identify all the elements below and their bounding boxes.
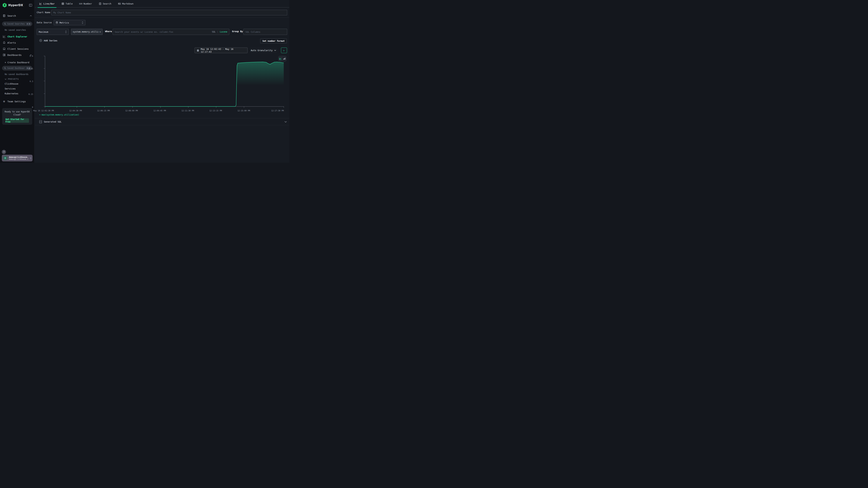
- add-series-button[interactable]: Add Series: [39, 39, 57, 42]
- calendar-icon: [197, 49, 199, 52]
- where-search-input[interactable]: [115, 31, 211, 33]
- app-root: HyperDX Search Saved Searches ⌘ K No sav…: [0, 0, 289, 163]
- tab-search[interactable]: Search: [99, 0, 112, 7]
- sidebar-item-alerts[interactable]: Alerts: [0, 40, 34, 45]
- sidebar-item-label: Client Sessions: [7, 47, 29, 50]
- chevron-down-icon: [274, 50, 276, 51]
- saved-dashboards-placeholder: Saved Dashboards: [7, 67, 25, 69]
- x-tick-label: 12:09:45 PM: [153, 109, 166, 112]
- y-tick-label: 0.6: [30, 55, 33, 57]
- tab-label: Line/Bar: [43, 2, 55, 5]
- database-icon: [56, 21, 58, 24]
- plus-icon: +: [5, 61, 6, 64]
- aggregation-select[interactable]: Maximum: [37, 29, 69, 35]
- chevron-up-icon: [30, 15, 32, 17]
- user-menu[interactable]: D demos@clickhouse.com demos@clickhouse.…: [2, 155, 33, 161]
- select-chevrons-icon: [65, 31, 67, 33]
- chart-canvas: [43, 55, 284, 108]
- group-by-input[interactable]: [245, 31, 285, 33]
- x-tick-label: 12:17:30 PM: [271, 109, 284, 112]
- dashboards-icon: [3, 54, 6, 57]
- line-chart-icon: [3, 35, 6, 38]
- toggle-divider: |: [217, 31, 218, 33]
- x-tickmarks: [45, 106, 284, 108]
- avatar: D: [3, 156, 8, 161]
- sidebar-item-label: Search: [7, 14, 16, 17]
- set-number-format-button[interactable]: Set number format: [260, 38, 287, 43]
- chart-plot-area[interactable]: [43, 55, 284, 108]
- y-tick-label: 0: [32, 106, 33, 108]
- generated-sql-toggle[interactable]: Generated SQL: [35, 119, 289, 125]
- tab-label: Search: [103, 2, 112, 5]
- where-label: Where: [105, 30, 112, 33]
- tab-number[interactable]: 123 Number: [80, 0, 92, 7]
- magnifier-icon: [4, 23, 6, 25]
- user-info: demos@clickhouse.com demos@clickhouse.co…: [9, 156, 28, 160]
- chart-legend[interactable]: — max(system.memory.utilization): [39, 113, 79, 116]
- data-source-select[interactable]: Metrics: [54, 20, 85, 25]
- metric-field-chip[interactable]: system.memory.utiliza ×: [71, 29, 102, 35]
- lucene-toggle[interactable]: Lucene: [220, 31, 227, 33]
- help-button[interactable]: ?: [2, 150, 6, 154]
- sidebar-item-label: Dashboards: [7, 54, 22, 56]
- get-started-button[interactable]: Get Started for Free: [5, 119, 29, 123]
- user-org: demos@clickhouse.com's: [9, 158, 28, 160]
- logo-row: HyperDX: [0, 0, 34, 8]
- sidebar-collapse-icon[interactable]: [29, 4, 32, 7]
- line-chart-icon: [39, 2, 42, 5]
- plus-circle-icon: [39, 39, 42, 42]
- data-source-label: Data Source: [37, 21, 52, 24]
- y-tick-label: 0.15: [29, 93, 33, 95]
- series-area-fill: [235, 62, 284, 106]
- legend-label: max(system.memory.utilization): [41, 113, 79, 116]
- sidebar-item-label: Chart Explorer: [7, 35, 27, 38]
- sidebar-item-chart-explorer[interactable]: Chart Explorer: [0, 34, 34, 39]
- granularity-select[interactable]: Auto Granularity: [250, 47, 277, 53]
- group-by-field[interactable]: [243, 29, 287, 35]
- remove-field-icon[interactable]: ×: [99, 30, 101, 33]
- chevron-down-icon: [284, 121, 287, 123]
- bell-icon: [3, 41, 6, 44]
- sql-toggle[interactable]: SQL: [212, 31, 216, 33]
- sidebar-item-search[interactable]: Search: [0, 13, 34, 19]
- app-title: HyperDX: [8, 3, 23, 7]
- section-divider: [35, 18, 289, 18]
- saved-searches-placeholder: Saved Searches: [7, 23, 25, 25]
- saved-searches-input[interactable]: Saved Searches ⌘ K: [2, 22, 32, 26]
- tab-label: Number: [84, 2, 92, 5]
- chart-name-field[interactable]: [51, 10, 287, 15]
- tab-line-bar[interactable]: Line/Bar: [39, 0, 55, 7]
- tab-table[interactable]: Table: [61, 0, 73, 7]
- sidebar-item-client-sessions[interactable]: Client Sessions: [0, 46, 34, 52]
- chart-name-input[interactable]: [53, 11, 285, 14]
- search-results-icon: [99, 2, 101, 5]
- y-tick-label: 0.3: [30, 80, 33, 83]
- search-section-icon: [3, 14, 6, 18]
- generated-sql-label: Generated SQL: [44, 120, 62, 123]
- chart-type-tabs: Line/Bar Table 123 Number Search: [35, 0, 289, 8]
- sidebar-divider: [0, 20, 34, 20]
- number-123-icon: 123: [80, 2, 82, 5]
- add-series-label: Add Series: [44, 39, 57, 42]
- section-divider: [35, 125, 289, 125]
- where-field[interactable]: SQL | Lucene: [113, 29, 229, 35]
- aggregation-value: Maximum: [39, 31, 48, 33]
- main-content: Line/Bar Table 123 Number Search: [35, 0, 289, 163]
- markdown-icon: [118, 2, 121, 5]
- select-chevrons-icon: [82, 22, 83, 24]
- no-saved-searches-note: No saved searches: [0, 29, 34, 31]
- x-tick-label: May 16 12:02:30 PM: [33, 109, 54, 112]
- y-tickmarks: [44, 56, 45, 106]
- run-query-button[interactable]: ▷: [281, 47, 287, 53]
- x-tick-label: 12:08:00 PM: [125, 109, 138, 112]
- sidebar-item-label: Alerts: [7, 41, 16, 44]
- tab-markdown[interactable]: Markdown: [118, 0, 134, 7]
- hyperdx-logo-icon: [2, 3, 7, 8]
- date-range-picker[interactable]: May 16 12:02:43 - May 16 12:17:43: [194, 47, 248, 53]
- chevron-right-icon: [30, 157, 31, 159]
- chevron-down-icon: [5, 78, 6, 80]
- data-source-value: Metrics: [60, 21, 69, 24]
- laptop-icon: [3, 47, 6, 51]
- group-by-label: Group By: [232, 30, 243, 33]
- x-tick-label: 12:06:15 PM: [97, 109, 110, 112]
